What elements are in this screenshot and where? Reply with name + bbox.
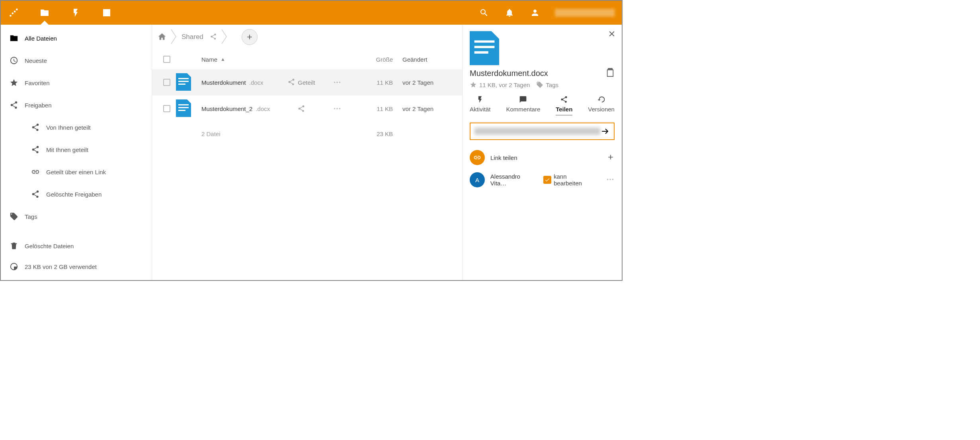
sidebar-item-shares[interactable]: Freigaben (1, 94, 152, 116)
details-meta: 11 KB, vor 2 Tagen (479, 82, 530, 88)
column-size[interactable]: Größe (349, 56, 393, 63)
svg-point-4 (334, 82, 336, 83)
nav-files-icon[interactable] (39, 7, 50, 18)
app-logo-icon[interactable] (8, 7, 19, 18)
svg-point-6 (339, 82, 341, 83)
file-ext: .docx (256, 105, 270, 112)
contacts-icon[interactable] (529, 7, 541, 18)
breadcrumb-shared[interactable]: Shared (182, 33, 203, 41)
more-icon[interactable] (606, 175, 615, 185)
sharee-name: Alessandro Vita… (490, 173, 538, 187)
svg-point-12 (612, 179, 614, 180)
sidebar-item-shared-by-link[interactable]: Geteilt über einen Link (1, 161, 152, 183)
sort-asc-icon: ▲ (221, 56, 225, 62)
svg-point-10 (607, 179, 609, 180)
more-icon[interactable] (325, 78, 349, 87)
sidebar-item-recent[interactable]: Neueste (1, 49, 152, 72)
share-link-label: Link teilen (490, 154, 517, 161)
add-button[interactable] (242, 29, 258, 45)
search-icon[interactable] (478, 7, 490, 18)
tab-share[interactable]: Teilen (556, 95, 572, 115)
table-header: Name▲ Größe Geändert (152, 49, 462, 69)
share-icon[interactable] (207, 33, 217, 41)
quota-label: 23 KB von 2 GB verwendet (25, 263, 97, 270)
more-icon[interactable] (325, 104, 349, 113)
share-search-input[interactable] (470, 123, 615, 140)
row-checkbox[interactable] (163, 105, 170, 112)
sidebar-item-label: Gelöschte Freigaben (46, 191, 102, 198)
notifications-icon[interactable] (504, 7, 515, 18)
shared-indicator[interactable]: Geteilt (277, 78, 325, 87)
details-filename: Musterdokument.docx (470, 69, 548, 78)
tag-icon[interactable] (536, 81, 543, 88)
sharee-row: A Alessandro Vita… kann bearbeiten (470, 169, 615, 191)
avatar: A (470, 172, 485, 187)
document-icon (176, 99, 191, 117)
file-modified: vor 2 Tagen (393, 79, 457, 86)
file-modified: vor 2 Tagen (393, 105, 457, 112)
share-link-row: Link teilen (470, 146, 615, 169)
table-row[interactable]: Musterdokument_2.docx 11 KB vor 2 Tagen (152, 95, 462, 122)
sidebar-item-all-files[interactable]: Alle Dateien (1, 27, 152, 49)
tab-comments[interactable]: Kommentare (506, 95, 540, 115)
tab-activity[interactable]: Aktivität (470, 95, 491, 115)
plus-icon[interactable] (607, 153, 615, 162)
tags-label[interactable]: Tags (546, 82, 558, 88)
breadcrumb: Shared (152, 25, 462, 49)
can-edit-label: kann bearbeiten (554, 173, 596, 187)
sidebar-item-label: Neueste (25, 57, 47, 64)
nav-activity-icon[interactable] (70, 7, 81, 18)
sidebar-item-label: Favoriten (25, 80, 50, 86)
select-all-checkbox[interactable] (163, 56, 170, 63)
row-checkbox[interactable] (163, 79, 170, 86)
username-label[interactable] (555, 9, 615, 17)
file-name: Musterdokument_2 (201, 105, 252, 112)
arrow-right-icon[interactable] (600, 127, 610, 136)
sidebar-item-shared-with-you[interactable]: Mit Ihnen geteilt (1, 138, 152, 161)
svg-point-1 (12, 12, 14, 14)
document-icon (176, 73, 191, 91)
link-icon (470, 150, 485, 165)
share-icon[interactable] (277, 105, 325, 113)
file-name: Musterdokument (201, 79, 246, 86)
sidebar-item-label: Mit Ihnen geteilt (46, 146, 88, 153)
svg-point-8 (336, 108, 338, 109)
sidebar-item-label: Tags (25, 213, 37, 220)
file-ext: .docx (249, 79, 264, 86)
details-panel: Musterdokument.docx 11 KB, vor 2 Tagen T… (463, 25, 622, 280)
table-row[interactable]: Musterdokument.docx Geteilt 11 KB vor 2 … (152, 69, 462, 95)
sidebar-item-label: Alle Dateien (25, 35, 57, 42)
svg-point-7 (334, 108, 336, 109)
column-name[interactable]: Name▲ (201, 56, 277, 63)
chevron-right-icon (170, 29, 178, 46)
svg-point-11 (609, 179, 611, 180)
clipboard-icon[interactable] (606, 68, 615, 79)
sidebar-item-shared-by-you[interactable]: Von Ihnen geteilt (1, 116, 152, 138)
chevron-right-icon (221, 29, 228, 46)
sidebar-item-label: Gelöschte Dateien (25, 243, 74, 249)
svg-point-3 (16, 9, 18, 11)
sidebar-item-deleted-shares[interactable]: Gelöschte Freigaben (1, 183, 152, 205)
file-size: 11 KB (349, 79, 393, 86)
tab-versions[interactable]: Versionen (588, 95, 615, 115)
can-edit-checkbox[interactable] (543, 176, 551, 184)
sidebar-quota: 23 KB von 2 GB verwendet (1, 256, 152, 277)
svg-point-9 (339, 108, 341, 109)
close-icon[interactable] (607, 29, 616, 39)
sidebar-item-tags[interactable]: Tags (1, 205, 152, 228)
svg-point-2 (14, 11, 16, 13)
file-size: 11 KB (349, 105, 393, 112)
sidebar-item-trash[interactable]: Gelöschte Dateien (1, 236, 152, 256)
star-icon[interactable] (470, 81, 477, 88)
column-modified[interactable]: Geändert (393, 56, 457, 63)
svg-point-5 (336, 82, 338, 83)
home-icon[interactable] (158, 32, 166, 42)
sidebar-item-label: Geteilt über einen Link (46, 169, 106, 175)
sidebar: Alle Dateien Neueste Favoriten Freigaben… (1, 25, 152, 280)
sidebar-item-label: Von Ihnen geteilt (46, 124, 91, 131)
sidebar-item-label: Freigaben (25, 102, 52, 109)
document-icon (470, 31, 499, 65)
table-summary: 2 Datei 23 KB (152, 122, 462, 146)
nav-gallery-icon[interactable] (101, 7, 112, 18)
sidebar-item-favorites[interactable]: Favoriten (1, 72, 152, 94)
